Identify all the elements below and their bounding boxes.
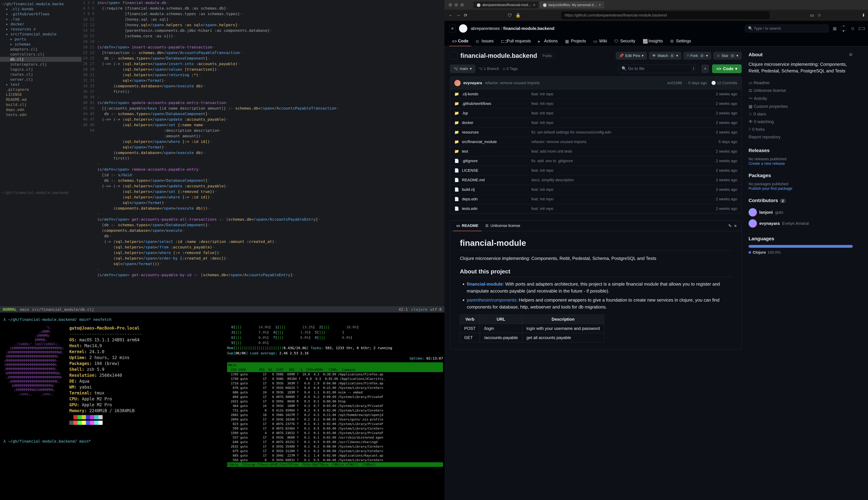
tree-item[interactable]: .gitignore: [0, 87, 82, 92]
tree-item[interactable]: db.clj: [0, 57, 82, 62]
tree-item[interactable]: ▸ docker: [0, 22, 82, 26]
report-repo-link[interactable]: Report repository: [749, 133, 853, 141]
contributor-avatar[interactable]: [749, 219, 757, 228]
tree-item[interactable]: deps.edn: [0, 107, 82, 112]
shield-icon[interactable]: 🛡: [508, 13, 512, 18]
traffic-lights[interactable]: [448, 3, 464, 7]
file-row[interactable]: 📄.gitignorefix: add .env to .gitignore2 …: [450, 156, 741, 166]
create-icon[interactable]: + ▾: [841, 26, 846, 31]
sidebar-link[interactable]: ▭ Readme: [749, 79, 853, 87]
contributor-item[interactable]: evynayara Evelyn Amaral: [749, 218, 853, 229]
nav-security[interactable]: 🛡Security: [612, 36, 638, 46]
tree-item[interactable]: ▸ schemas: [0, 42, 82, 47]
code-download-button[interactable]: <> Code ▾: [712, 65, 742, 73]
tree-item[interactable]: ▸ ports: [0, 37, 82, 42]
tree-item[interactable]: tests.edn: [0, 112, 82, 117]
file-row[interactable]: 📄deps.ednfeat: init repo2 weeks ago: [450, 194, 741, 204]
file-row[interactable]: 📁resourcesfix: set default settings for …: [450, 127, 741, 137]
nav-projects[interactable]: ▦Projects: [562, 36, 589, 46]
readme-link-components[interactable]: parenthesin/components: [467, 297, 516, 303]
edit-pins-button[interactable]: 📌 Edit Pins ▾: [616, 52, 647, 59]
download-icon[interactable]: ⬇: [862, 13, 865, 18]
sidebar-stat[interactable]: 👁 0 watching: [749, 118, 853, 126]
htop-tab-main[interactable]: Main: [227, 362, 443, 367]
issues-icon[interactable]: ⊙: [850, 26, 856, 31]
window-titlebar[interactable]: ⬤abreparenteses/financial-mod… ×⬤tanjun/…: [444, 0, 868, 10]
file-tree[interactable]: ~/gh/financial-module.backe ▸ .clj-kondo…: [0, 0, 82, 306]
tree-item[interactable]: ▸ resources ✗: [0, 26, 82, 32]
contributors-heading[interactable]: Contributors2: [749, 198, 786, 203]
file-row[interactable]: 📄tests.ednfeat: init repo2 weeks ago: [450, 204, 741, 213]
contributor-item[interactable]: lanjoni guto: [749, 207, 853, 218]
language-bar[interactable]: [749, 245, 853, 248]
close-tab-icon[interactable]: ×: [599, 3, 601, 7]
file-row[interactable]: 📄LICENSEfeat: init repo2 weeks ago: [450, 166, 741, 175]
fork-button[interactable]: ⑂ Fork 0 ▾: [684, 52, 711, 59]
file-row[interactable]: 📄README.mddocs: simplify description2 we…: [450, 175, 741, 185]
tree-item[interactable]: ▸ test: [0, 82, 82, 87]
hamburger-icon[interactable]: ≡: [449, 24, 456, 33]
tree-item[interactable]: routes.clj: [0, 72, 82, 77]
file-row[interactable]: 📁dockerfeat: init repo2 weeks ago: [450, 118, 741, 127]
tree-item[interactable]: server.clj: [0, 77, 82, 82]
nav-settings[interactable]: ⚙Settings: [667, 36, 694, 46]
file-row[interactable]: 📁.clj-kondofeat: init repo2 weeks ago: [450, 89, 741, 99]
terminal-prompt-2[interactable]: λ ~/gh/financial-module.backend/ main*: [0, 438, 444, 445]
tree-item[interactable]: ▸ .lsp: [0, 16, 82, 22]
tree-item[interactable]: controllers.clj: [0, 52, 82, 57]
last-commit-bar[interactable]: evynayara refactor: remove unused import…: [450, 77, 742, 89]
browser-tab[interactable]: ⬤abreparenteses/financial-mod… ×: [473, 1, 539, 8]
commit-author[interactable]: evynayara: [463, 81, 482, 85]
global-search[interactable]: 🔍 Type / to search: [745, 25, 829, 32]
publish-package-link[interactable]: Publish your first package: [749, 186, 853, 191]
edit-readme-icon[interactable]: ✎: [728, 224, 732, 228]
commit-author-avatar[interactable]: [454, 80, 460, 86]
tree-item[interactable]: adapters.clj: [0, 47, 82, 52]
sidebar-stat[interactable]: ⑂ 0 forks: [749, 126, 853, 133]
readme-tab[interactable]: ▭ README: [453, 221, 482, 231]
tree-item[interactable]: ▸ .clj-kondo: [0, 7, 82, 11]
close-tab-icon[interactable]: ×: [533, 3, 535, 7]
sidebar-link[interactable]: 〜 Activity: [749, 94, 853, 103]
nav-pull-requests[interactable]: ⊏⊐Pull requests: [498, 36, 534, 46]
pr-icon[interactable]: ⊏⊐: [859, 26, 865, 31]
outline-icon[interactable]: ≡: [734, 224, 736, 228]
nav-insights[interactable]: 📈Insights: [640, 36, 666, 46]
browser-tabs[interactable]: ⬤abreparenteses/financial-mod… ×⬤tanjun/…: [473, 1, 604, 8]
commit-message[interactable]: refactor: remove unused imports: [485, 81, 540, 85]
browser-tab[interactable]: ⬤tanjun/dotfiles: My personal d… ×: [539, 1, 604, 8]
packages-heading[interactable]: Packages: [749, 173, 771, 178]
file-row[interactable]: 📁testfeat: add more unit tests2 weeks ag…: [450, 147, 741, 156]
breadcrumb-repo[interactable]: financial-module.backend: [503, 26, 555, 31]
back-icon[interactable]: ←: [448, 13, 453, 18]
create-release-link[interactable]: Create a new release: [749, 161, 853, 166]
tree-item[interactable]: ▸ .github/workflows: [0, 11, 82, 16]
tags-link[interactable]: ◇ 0 Tags: [503, 67, 518, 71]
nav-wiki[interactable]: ▭Wiki: [591, 36, 610, 46]
htop-columns[interactable]: PID USER PRI NI VIRT RES S CPU%▽MEM% TIM…: [227, 367, 443, 372]
file-row[interactable]: 📁.github/workflowsfeat: init repo2 weeks…: [450, 99, 741, 108]
nav-actions[interactable]: ▸Actions: [535, 36, 561, 46]
file-row[interactable]: 📁src/financial_modulerefactor: remove un…: [450, 137, 741, 147]
htop-panel[interactable]: 0[||| 14.0%] 1[||| 13.2%] 2[||| 10.0%] 3…: [226, 323, 444, 434]
watch-button[interactable]: 👁 Watch 0 ▾: [649, 52, 681, 59]
sidebar-stat[interactable]: ☆ 0 stars: [749, 110, 853, 118]
language-clojure[interactable]: Clojure 100.0%: [749, 250, 853, 255]
tree-item[interactable]: interceptors.clj: [0, 62, 82, 67]
nav-issues[interactable]: ⊙Issues: [473, 36, 496, 46]
readme-link-self[interactable]: financial-module: [467, 282, 503, 287]
reload-icon[interactable]: ⟳: [464, 13, 467, 18]
commits-link[interactable]: 🕘 12 Commits: [711, 81, 737, 85]
htop-process-list[interactable]: 1705 guto 17 0 398G 699M ? 19.8 4.3 0:38…: [227, 372, 443, 462]
tree-item[interactable]: build.clj: [0, 102, 82, 107]
commit-sha[interactable]: ec01588: [667, 81, 682, 85]
branches-link[interactable]: ⌥ 1 Branch: [478, 67, 499, 71]
tree-item[interactable]: ▸ src/financial_module: [0, 32, 82, 37]
command-icon[interactable]: ▦: [832, 26, 837, 31]
forward-icon[interactable]: →: [456, 13, 460, 18]
code-editor[interactable]: 1 2 3 4 5 6 7 8 9 10 11 12 13 14 15 16 1…: [82, 0, 444, 306]
add-file-button[interactable]: +: [701, 65, 709, 73]
about-gear-icon[interactable]: ⚙: [849, 52, 853, 57]
htop-fn-keys[interactable]: F1Help F2Setup F3SearchF4FilterF5Tree F6…: [227, 462, 443, 467]
tree-item[interactable]: README.md: [0, 97, 82, 102]
